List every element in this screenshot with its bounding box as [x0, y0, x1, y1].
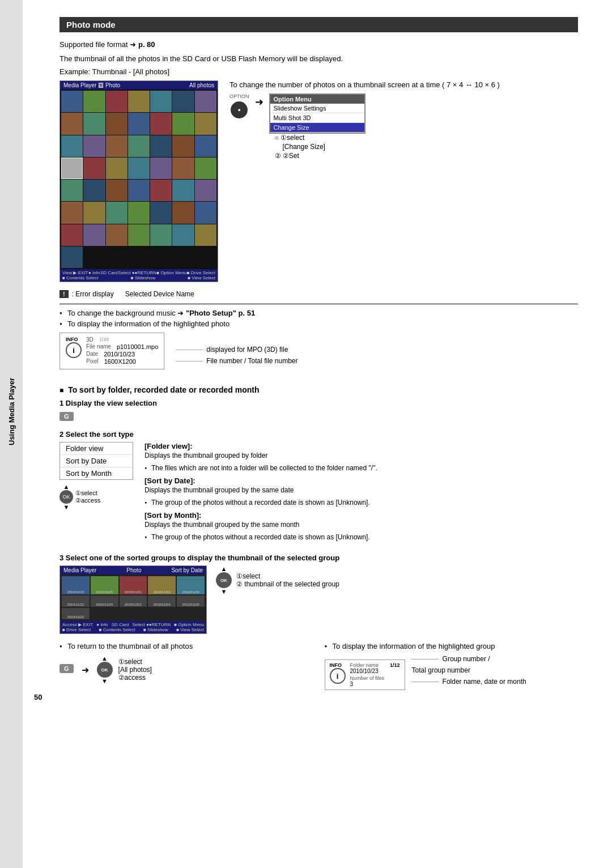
- thumb-cell: [83, 91, 105, 112]
- thumb-cell: [150, 113, 172, 134]
- thumb-cell: [106, 224, 128, 246]
- thumb-cell: [195, 158, 216, 179]
- step1-label: Display the view selection: [66, 399, 157, 407]
- info-row-date: Date 2010/10/23: [86, 351, 158, 358]
- step1-select-text: ①select: [280, 134, 304, 142]
- g-button-2[interactable]: G: [60, 664, 74, 673]
- thumb-cell: [150, 180, 172, 201]
- thumb-cell: [195, 202, 216, 223]
- error-label: : Error display: [72, 290, 114, 298]
- folder-view-bullet: The files which are not into a folder wi…: [144, 464, 578, 472]
- num-files-label: Number of files: [350, 675, 400, 681]
- step3-cell: 2010/11/10: [177, 576, 205, 594]
- sort-heading: To sort by folder, recorded date or reco…: [60, 385, 578, 394]
- group-number-label-row: ———— Group number /: [412, 655, 526, 663]
- thumb-cell: [61, 113, 83, 134]
- select-circle2: ②: [275, 152, 281, 160]
- thumb-cell: [128, 180, 150, 201]
- sort-month-title: [Sort by Month]:: [144, 511, 578, 520]
- return-step1-detail: [All photos]: [118, 666, 152, 674]
- g-button-section: G: [60, 411, 578, 424]
- thumb-cell: [128, 135, 150, 157]
- thumb-cell: [106, 180, 128, 201]
- step3-content: Media Player Photo Sort by Date 2010/10/…: [60, 565, 578, 634]
- g-button-1[interactable]: G: [60, 412, 74, 421]
- thumb-cell: [150, 158, 172, 179]
- step2-label: Select the sort type: [66, 430, 134, 439]
- thumb-cell: [61, 91, 83, 112]
- step3-footer: Access ▶ EXIT ● Info SD Card Select ●●RE…: [60, 621, 206, 633]
- thumb-cell: [106, 202, 128, 223]
- thumb-cell: [83, 202, 105, 223]
- option-menu-title: Option Menu: [270, 95, 364, 104]
- sort-nav-step1: ①select: [75, 490, 100, 497]
- thumb-header-left: Media Player 🖼 Photo: [63, 82, 120, 88]
- folder-view-text: Displays the thumbnail grouped by folder: [144, 452, 578, 459]
- thumb-cell: [150, 224, 172, 246]
- ok-button-return[interactable]: OK: [97, 662, 113, 678]
- thumb-cell: [172, 113, 194, 134]
- thumb-cell: [106, 113, 128, 134]
- thumb-cell: [106, 91, 128, 112]
- step3-cell: 2010/12/22: [62, 608, 90, 619]
- step2-heading: 2 Select the sort type: [60, 430, 578, 439]
- info-detail-row2: 2010/10/23: [350, 668, 400, 674]
- step3-right: ▲ OK ▼ ①select ② thumbnail of the select…: [216, 565, 578, 598]
- bullet-item-2: To display the information of the highli…: [60, 320, 578, 328]
- total-group-label-row: Total group number: [412, 666, 526, 674]
- info-field2-label: File name: [86, 343, 111, 350]
- return-nav: G ➜ ▲ OK ▼ ①select [All photos] ②access: [60, 655, 313, 684]
- sort-item-date[interactable]: Sort by Date: [60, 455, 133, 467]
- arrow-icon-2: ➜: [82, 665, 89, 675]
- sort-heading-text: To sort by folder, recorded date or reco…: [68, 385, 259, 394]
- step3-cell: 2010/11/22: [62, 595, 90, 607]
- info-dash2-text: File number / Total file number: [206, 357, 298, 365]
- step3-heading: 3 Select one of the sorted groups to dis…: [60, 554, 578, 562]
- select-step1-detail: [Change Size]: [275, 143, 366, 151]
- step3-cell-empty: [91, 608, 118, 619]
- sort-date-title: [Sort by Date]:: [144, 476, 578, 485]
- info-dash1: ———— displayed for MPO (3D) file: [176, 346, 298, 354]
- divider: [60, 304, 578, 304]
- ok-button-step3[interactable]: OK: [216, 572, 232, 588]
- step3-cell-empty: [177, 608, 205, 619]
- return-steps: ①select [All photos] ②access: [118, 658, 152, 682]
- supported-file-text: Supported file format: [60, 40, 128, 49]
- sort-item-month[interactable]: Sort by Month: [60, 467, 133, 479]
- thumb-cell: [128, 224, 150, 246]
- bottom-left: To return to the thumbnail of all photos…: [60, 642, 313, 684]
- step3-cell: 2010/10/23: [62, 576, 90, 594]
- return-to-all-text: To return to the thumbnail of all photos: [60, 642, 313, 650]
- step3-grid: 2010/10/23 2010/10/25 2010/11/01 2010/11…: [60, 575, 206, 621]
- option-menu-item-multishot[interactable]: Multi Shot 3D: [270, 113, 364, 123]
- bullet-item-1: To change the background music ➜ "Photo …: [60, 309, 578, 317]
- info-field1-label: 3D: [86, 337, 94, 343]
- bullet-section-top: To change the background music ➜ "Photo …: [60, 309, 578, 328]
- bottom-section: To return to the thumbnail of all photos…: [60, 642, 578, 690]
- step3-header-right: Sort by Date: [171, 567, 203, 573]
- sort-item-folder[interactable]: Folder view: [60, 442, 133, 455]
- sort-list-area: Folder view Sort by Date Sort by Month ▲…: [60, 442, 133, 512]
- thumb-cell: [150, 91, 172, 112]
- page-number: 50: [34, 693, 42, 701]
- section-header: Photo mode: [60, 17, 578, 32]
- info-detail-fields: Folder name 1/12 2010/10/23 Number of fi…: [350, 662, 400, 687]
- option-menu-item-slideshow[interactable]: Slideshow Settings: [270, 104, 364, 113]
- step3-cell: 2010/11/03: [148, 576, 176, 594]
- info-detail-box: INFO i Folder name 1/12 2010/10/23 Numbe…: [325, 659, 405, 690]
- info-label: INFO: [66, 337, 82, 342]
- step3-select-steps: ①select ② thumbnail of the selected grou…: [236, 572, 339, 588]
- ok-button-sort[interactable]: OK: [60, 490, 73, 504]
- step3-section: 3 Select one of the sorted groups to dis…: [60, 554, 578, 634]
- bottom-right: To display the information of the highli…: [325, 642, 579, 690]
- option-button[interactable]: ●: [231, 101, 248, 118]
- step1-heading: 1 Display the view selection: [60, 399, 578, 407]
- return-step2: ②access: [118, 674, 152, 682]
- thumb-grid: [60, 90, 218, 269]
- thumb-cell: [61, 246, 83, 268]
- intro-text: The thumbnail of all the photos in the S…: [60, 54, 578, 63]
- option-menu-item-changesize[interactable]: Change Size: [270, 123, 364, 133]
- sort-date-bullet: The group of the photos without a record…: [144, 499, 578, 507]
- folder-name-date-label: Folder name, date or month: [443, 678, 526, 686]
- step3-step1: ①select: [236, 572, 339, 580]
